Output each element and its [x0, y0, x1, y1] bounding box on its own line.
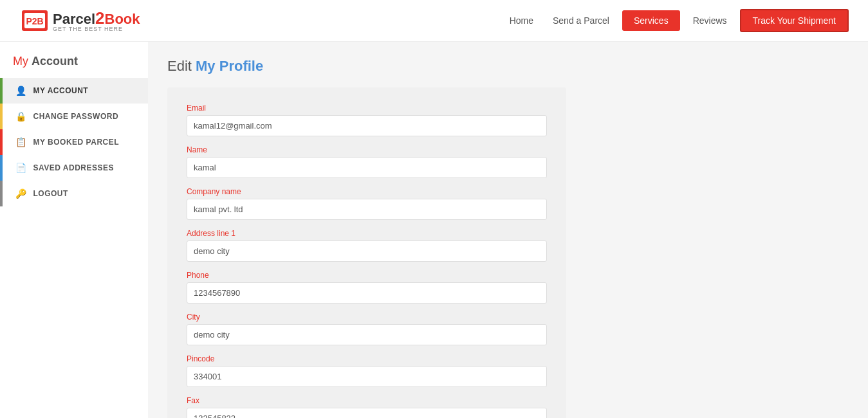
account-icon: 👤 — [15, 86, 27, 96]
sidebar-item-label: MY BOOKED PARCEL — [33, 138, 120, 147]
pincode-field[interactable] — [187, 366, 547, 387]
fax-group: Fax — [187, 396, 547, 418]
email-group: Email — [187, 104, 547, 136]
main-nav: Home Send a Parcel Services Reviews Trac… — [503, 9, 849, 32]
email-field[interactable] — [187, 115, 547, 136]
page-title-profile: My Profile — [196, 58, 263, 74]
logo-icon: P2B — [19, 5, 50, 36]
logo-book: Book — [105, 11, 140, 27]
address-field[interactable] — [187, 241, 547, 262]
phone-field[interactable] — [187, 282, 547, 304]
sidebar-title: My Account — [0, 55, 148, 78]
phone-group: Phone — [187, 271, 547, 304]
address-label: Address line 1 — [187, 229, 547, 238]
sidebar-item-label: SAVED ADDRESSES — [33, 163, 115, 172]
name-group: Name — [187, 145, 547, 178]
pincode-group: Pincode — [187, 354, 547, 387]
pincode-label: Pincode — [187, 354, 547, 363]
logout-icon: 🔑 — [15, 188, 27, 199]
main-layout: My Account 👤 MY ACCOUNT 🔒 CHANGE PASSWOR… — [0, 42, 868, 418]
sidebar-item-my-account[interactable]: 👤 MY ACCOUNT — [0, 78, 148, 104]
city-label: City — [187, 313, 547, 322]
name-field[interactable] — [187, 157, 547, 178]
city-group: City — [187, 313, 547, 345]
company-label: Company name — [187, 187, 547, 196]
fax-field[interactable] — [187, 408, 547, 418]
profile-card: Email Name Company name Address line 1 P… — [167, 87, 566, 418]
nav-reviews[interactable]: Reviews — [687, 12, 734, 30]
city-field[interactable] — [187, 324, 547, 345]
sidebar-item-change-password[interactable]: 🔒 CHANGE PASSWORD — [0, 104, 148, 129]
sidebar: My Account 👤 MY ACCOUNT 🔒 CHANGE PASSWOR… — [0, 42, 148, 418]
nav-services[interactable]: Services — [622, 10, 680, 31]
sidebar-item-logout[interactable]: 🔑 LOGOUT — [0, 181, 148, 206]
svg-text:P2B: P2B — [26, 16, 43, 26]
main-content: Edit My Profile Email Name Company name … — [148, 42, 868, 418]
name-label: Name — [187, 145, 547, 154]
sidebar-title-account: Account — [32, 55, 78, 68]
nav-send-parcel[interactable]: Send a Parcel — [546, 12, 616, 30]
header: P2B Parcel2Book Get The Best Here Home S… — [0, 0, 868, 42]
sidebar-item-saved-addresses[interactable]: 📄 SAVED ADDRESSES — [0, 155, 148, 181]
parcel-icon: 📋 — [15, 137, 27, 147]
email-label: Email — [187, 104, 547, 113]
sidebar-item-label: CHANGE PASSWORD — [33, 112, 119, 121]
page-title-edit: Edit — [167, 58, 192, 74]
sidebar-title-my: My — [13, 55, 28, 68]
phone-label: Phone — [187, 271, 547, 280]
logo: P2B Parcel2Book Get The Best Here — [19, 5, 140, 36]
company-field[interactable] — [187, 199, 547, 220]
lock-icon: 🔒 — [15, 111, 27, 122]
logo-tagline: Get The Best Here — [53, 26, 140, 32]
sidebar-menu: 👤 MY ACCOUNT 🔒 CHANGE PASSWORD 📋 MY BOOK… — [0, 78, 148, 206]
address-group: Address line 1 — [187, 229, 547, 262]
logo-parcel: Parcel — [53, 11, 95, 27]
logo-2: 2 — [95, 8, 104, 28]
fax-label: Fax — [187, 396, 547, 405]
company-group: Company name — [187, 187, 547, 220]
sidebar-item-label: LOGOUT — [33, 189, 68, 198]
nav-track-shipment[interactable]: Track Your Shipment — [740, 9, 849, 32]
address-icon: 📄 — [15, 163, 27, 173]
sidebar-item-booked-parcel[interactable]: 📋 MY BOOKED PARCEL — [0, 129, 148, 155]
page-title: Edit My Profile — [167, 58, 849, 75]
sidebar-item-label: MY ACCOUNT — [33, 86, 89, 95]
nav-home[interactable]: Home — [503, 12, 540, 30]
